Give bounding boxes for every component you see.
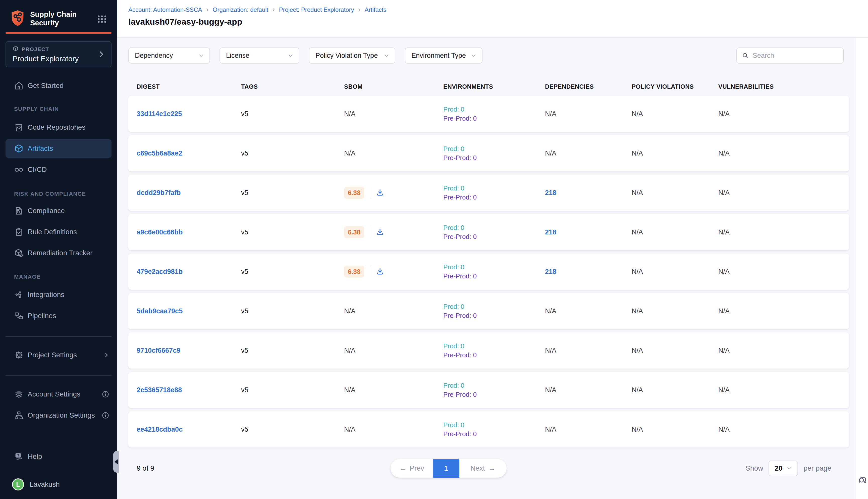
current-page-button[interactable]: 1 xyxy=(433,459,459,478)
dependencies-count[interactable]: 218 xyxy=(545,228,556,236)
next-page-button[interactable]: Next→ xyxy=(459,459,507,478)
help-chat-icon: ? xyxy=(14,452,24,461)
compliance-doc-search-icon xyxy=(14,206,24,216)
digest-link[interactable]: c69c5b6a8ae2 xyxy=(137,149,182,157)
tag-value: v5 xyxy=(241,110,248,118)
sidebar-item-cicd[interactable]: CI/CD xyxy=(0,160,117,179)
app-title: Supply Chain Security xyxy=(30,10,88,27)
sbom-na: N/A xyxy=(344,386,356,394)
sidebar-item-project-settings[interactable]: Project Settings xyxy=(0,346,117,364)
column-header-tags: TAGS xyxy=(241,83,344,90)
env-preprod-count: Pre-Prod: 0 xyxy=(443,233,545,241)
artifacts-content: Dependency License Policy Violation Type… xyxy=(117,38,855,499)
environments-cell: Prod: 0 Pre-Prod: 0 xyxy=(443,106,545,122)
user-menu[interactable]: L Lavakush xyxy=(0,475,117,494)
sidebar-item-help[interactable]: ? Help xyxy=(0,447,117,466)
chevron-down-icon xyxy=(383,52,390,59)
sidebar-item-get-started[interactable]: Get Started xyxy=(0,76,117,95)
table-row: c69c5b6a8ae2 v5 N/A Prod: 0 Pre-Prod: 0 … xyxy=(128,135,849,171)
sidebar-item-remediation-tracker[interactable]: Remediation Tracker xyxy=(0,244,117,262)
vulnerabilities-value: N/A xyxy=(718,189,730,196)
project-cube-icon xyxy=(13,46,18,53)
tag-value: v5 xyxy=(241,189,248,196)
sidebar-item-rule-definitions[interactable]: Rule Definitions xyxy=(0,223,117,241)
prev-page-button[interactable]: ←Prev xyxy=(390,459,433,478)
sidebar-item-artifacts[interactable]: Artifacts xyxy=(5,139,112,158)
sidebar-item-integrations[interactable]: Integrations xyxy=(0,285,117,304)
avatar: L xyxy=(12,478,24,490)
policy-violations-value: N/A xyxy=(632,149,643,157)
policy-violations-value: N/A xyxy=(632,386,643,394)
vulnerabilities-value: N/A xyxy=(718,268,730,276)
policy-violations-value: N/A xyxy=(632,110,643,118)
environments-cell: Prod: 0 Pre-Prod: 0 xyxy=(443,145,545,162)
sidebar-collapse-handle[interactable] xyxy=(113,451,119,473)
digest-link[interactable]: 9710cf6667c9 xyxy=(137,347,180,354)
digest-link[interactable]: 479e2acd981b xyxy=(137,268,183,276)
vulnerabilities-value: N/A xyxy=(718,110,730,118)
module-accent-divider xyxy=(5,32,112,34)
breadcrumb-project[interactable]: Project: Product Exploratory xyxy=(279,6,354,13)
sidebar-item-account-settings[interactable]: Account Settings xyxy=(0,385,117,403)
sidebar-item-pipelines[interactable]: Pipelines xyxy=(0,306,117,325)
environment-type-filter-dropdown[interactable]: Environment Type xyxy=(405,48,483,63)
download-sbom-button[interactable] xyxy=(376,188,384,197)
env-prod-count: Prod: 0 xyxy=(443,342,545,350)
digest-link[interactable]: dcdd29b7fafb xyxy=(137,189,181,196)
vulnerabilities-value: N/A xyxy=(718,426,730,433)
env-preprod-count: Pre-Prod: 0 xyxy=(443,312,545,320)
column-header-digest: DIGEST xyxy=(137,83,241,90)
breadcrumb-account[interactable]: Account: Automation-SSCA xyxy=(128,6,202,13)
sidebar-item-organization-settings[interactable]: Organization Settings xyxy=(0,406,117,425)
breadcrumb-artifacts[interactable]: Artifacts xyxy=(365,6,386,13)
breadcrumb-separator: › xyxy=(358,6,360,13)
download-sbom-button[interactable] xyxy=(376,228,384,236)
sbom-na: N/A xyxy=(344,426,356,433)
digest-link[interactable]: a9c6e00c66bb xyxy=(137,228,183,236)
dependency-filter-dropdown[interactable]: Dependency xyxy=(128,48,210,63)
tag-value: v5 xyxy=(241,228,248,236)
policy-violations-value: N/A xyxy=(632,228,643,236)
sidebar-item-compliance[interactable]: Compliance xyxy=(0,202,117,220)
dependencies-count[interactable]: 218 xyxy=(545,189,556,196)
table-row: 33d114e1c225 v5 N/A Prod: 0 Pre-Prod: 0 … xyxy=(128,96,849,132)
pagination-row: 9 of 9 ←Prev 1 Next→ Show 20 per page xyxy=(128,459,849,478)
page-title: lavakush07/easy-buggy-app xyxy=(128,17,868,27)
tag-value: v5 xyxy=(241,149,248,157)
env-preprod-count: Pre-Prod: 0 xyxy=(443,114,545,122)
table-row: 5dab9caa79c5 v5 N/A Prod: 0 Pre-Prod: 0 … xyxy=(128,293,849,329)
table-header-row: DIGEST TAGS SBOM ENVIRONMENTS DEPENDENCI… xyxy=(128,81,849,92)
digest-link[interactable]: ee4218cdba0c xyxy=(137,426,183,433)
dependencies-count[interactable]: 218 xyxy=(545,268,556,276)
environments-cell: Prod: 0 Pre-Prod: 0 xyxy=(443,342,545,359)
license-filter-dropdown[interactable]: License xyxy=(220,48,299,63)
digest-link[interactable]: 33d114e1c225 xyxy=(137,110,182,118)
sbom-divider xyxy=(370,187,370,198)
page-size-dropdown[interactable]: 20 xyxy=(769,461,798,476)
arrow-right-icon: → xyxy=(488,464,496,472)
supply-chain-security-app: Supply Chain Security PROJECT Product xyxy=(0,0,868,499)
table-row: 9710cf6667c9 v5 N/A Prod: 0 Pre-Prod: 0 … xyxy=(128,332,849,369)
chat-support-icon[interactable] xyxy=(857,474,867,486)
policy-violation-type-filter-dropdown[interactable]: Policy Violation Type xyxy=(309,48,395,63)
sidebar-item-code-repositories[interactable]: Code Repositories xyxy=(0,118,117,137)
info-icon[interactable] xyxy=(101,411,110,419)
info-icon[interactable] xyxy=(101,390,110,398)
env-preprod-count: Pre-Prod: 0 xyxy=(443,194,545,201)
table-row: a9c6e00c66bb v5 6.38 Prod: 0 Pre-Prod: 0… xyxy=(128,214,849,250)
search-input[interactable] xyxy=(753,52,838,60)
apps-grid-icon[interactable] xyxy=(97,14,107,25)
env-prod-count: Prod: 0 xyxy=(443,224,545,232)
env-preprod-count: Pre-Prod: 0 xyxy=(443,391,545,399)
project-selector[interactable]: PROJECT Product Exploratory xyxy=(5,41,112,67)
clipboard-check-icon xyxy=(14,227,24,237)
download-sbom-button[interactable] xyxy=(376,267,384,276)
breadcrumb-organization[interactable]: Organization: default xyxy=(213,6,268,13)
digest-link[interactable]: 2c5365718e88 xyxy=(137,386,182,394)
env-preprod-count: Pre-Prod: 0 xyxy=(443,351,545,359)
digest-link[interactable]: 5dab9caa79c5 xyxy=(137,307,183,315)
chevron-right-icon xyxy=(103,351,110,359)
arrow-left-icon: ← xyxy=(399,464,406,472)
env-preprod-count: Pre-Prod: 0 xyxy=(443,430,545,438)
vulnerabilities-value: N/A xyxy=(718,307,730,315)
